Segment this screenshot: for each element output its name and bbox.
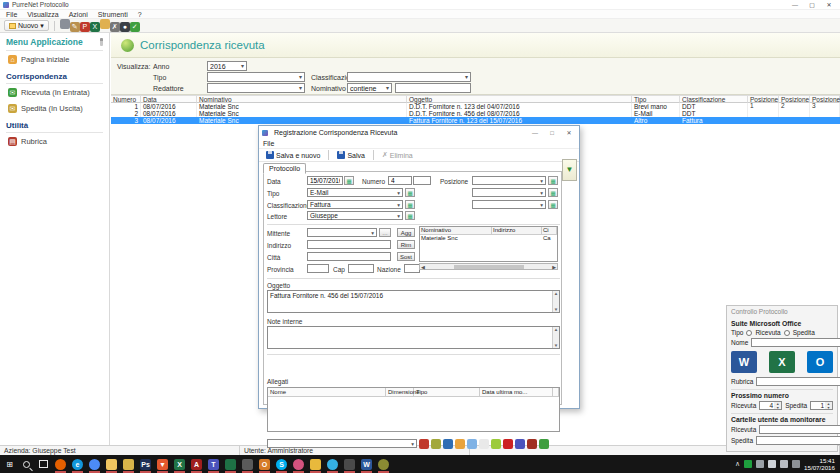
word-icon[interactable]: W xyxy=(360,458,373,471)
menu-file[interactable]: File xyxy=(6,11,17,18)
photoshop-icon[interactable]: Ps xyxy=(139,458,152,471)
refresh-attachments-icon[interactable] xyxy=(539,439,549,449)
provincia-input[interactable] xyxy=(307,264,329,273)
scroll-down-icon[interactable]: ▼ xyxy=(554,343,558,348)
pin-icon[interactable] xyxy=(100,38,103,46)
menu-strumenti[interactable]: Strumenti xyxy=(98,11,128,18)
col-posizione1[interactable]: Posizione 1 xyxy=(748,95,779,103)
nazione-input[interactable] xyxy=(404,264,420,273)
shared-folder-icon[interactable] xyxy=(122,458,135,471)
network-tray-icon[interactable] xyxy=(768,460,776,468)
clock[interactable]: 15:41 15/07/2016 xyxy=(804,457,837,471)
oggetto-textarea[interactable]: Fattura Fornitore n. 456 del 15/07/2016 … xyxy=(267,290,560,313)
acrobat-icon[interactable]: A xyxy=(190,458,203,471)
confirm-icon[interactable]: ✓ xyxy=(130,22,140,32)
posizione1-select[interactable]: ▾ xyxy=(472,176,546,185)
dialog-menu-file[interactable]: File xyxy=(263,140,274,147)
cartelle-ricevuta-input[interactable] xyxy=(759,425,840,434)
nominativo-op-select[interactable]: contiene▾ xyxy=(347,83,392,93)
scroll-right-icon[interactable]: ▶ xyxy=(552,264,556,270)
recipients-hscrollbar[interactable]: ◀ ▶ xyxy=(419,263,558,270)
scroll-down-icon[interactable]: ▼ xyxy=(554,307,558,312)
col-tipo[interactable]: Tipo xyxy=(632,95,680,103)
table-row-selected[interactable]: 3 08/07/2016 Materiale Snc Fattura Forni… xyxy=(111,117,840,124)
indirizzo-input[interactable] xyxy=(307,240,391,249)
lettore-select[interactable]: Giuseppe▾ xyxy=(307,211,403,220)
lettore-lookup-button[interactable]: ▦ xyxy=(405,211,415,220)
recipients-list[interactable]: Nominativo Indirizzo Ci Materiale Snc Ca xyxy=(419,226,558,262)
table-row[interactable]: 2 08/07/2016 Materiale Snc D.D.T. Fornit… xyxy=(111,110,840,117)
nominativo-input[interactable] xyxy=(395,83,471,93)
open-attachment-icon[interactable] xyxy=(455,439,465,449)
allegati-col-data-ultima[interactable]: Data ultima mo... xyxy=(480,388,553,396)
copy-attachment-icon[interactable] xyxy=(467,439,477,449)
salva-e-nuovo-button[interactable]: Salva e nuovo xyxy=(262,150,324,161)
elimina-button[interactable]: ✗ Elimina xyxy=(378,150,417,161)
send-attachment-icon[interactable] xyxy=(443,439,453,449)
dialog-minimize-button[interactable]: — xyxy=(528,130,542,136)
detective-app-icon[interactable] xyxy=(343,458,356,471)
outlook-icon[interactable]: O xyxy=(807,351,833,373)
numero-suffix-input[interactable] xyxy=(413,176,431,185)
save-attachment-icon[interactable] xyxy=(491,439,501,449)
col-numero[interactable]: Numero xyxy=(111,95,141,103)
cap-input[interactable] xyxy=(348,264,374,273)
allegati-col-tipo[interactable]: Tipo xyxy=(414,388,480,396)
display-tray-icon[interactable] xyxy=(756,460,764,468)
allegati-table[interactable]: Nome Dimensione Tipo Data ultima mo... xyxy=(267,387,560,432)
maximize-button[interactable]: ▢ xyxy=(804,1,820,9)
oggetto-scrollbar[interactable]: ▲▼ xyxy=(552,291,559,312)
rim-button[interactable]: Rim xyxy=(397,240,415,249)
nome-input[interactable] xyxy=(751,338,840,347)
agg-button[interactable]: Agg xyxy=(397,228,415,237)
file-explorer-icon[interactable] xyxy=(105,458,118,471)
attach-book-icon[interactable] xyxy=(527,439,537,449)
task-view-button[interactable] xyxy=(37,458,50,471)
scroll-thumb[interactable] xyxy=(454,265,524,269)
menu-help[interactable]: ? xyxy=(138,11,142,18)
funnel-app-icon[interactable]: ▼ xyxy=(156,458,169,471)
classificazione-select[interactable]: Fattura▾ xyxy=(307,200,403,209)
nuovo-button[interactable]: Nuovo ▾ xyxy=(4,20,49,31)
excel-icon[interactable]: X xyxy=(173,458,186,471)
action-center-tray-icon[interactable] xyxy=(792,460,800,468)
col-posizione3[interactable]: Posizione 3 xyxy=(810,95,840,103)
minimize-button[interactable]: — xyxy=(787,1,803,9)
data-input[interactable] xyxy=(307,176,343,185)
dialog-maximize-button[interactable]: □ xyxy=(545,130,559,136)
globe-browser-icon[interactable] xyxy=(326,458,339,471)
numero-input[interactable] xyxy=(388,176,412,185)
sidebar-item-pagina-iniziale[interactable]: ⌂ Pagina iniziale xyxy=(6,51,103,67)
sidebar-item-ricevuta[interactable]: ✉ Ricevuta (In Entrata) xyxy=(6,84,103,100)
radio-ricevuta[interactable] xyxy=(746,330,752,336)
recipients-col-nominativo[interactable]: Nominativo xyxy=(420,227,492,234)
note-interne-textarea[interactable]: ▲▼ xyxy=(267,326,560,349)
anno-select[interactable]: 2016▾ xyxy=(207,61,247,71)
sign-icon[interactable]: ✎ xyxy=(70,22,80,32)
allegati-col-dimensione[interactable]: Dimensione xyxy=(386,388,414,396)
posizione1-lookup-button[interactable]: ▦ xyxy=(548,176,558,185)
note-scrollbar[interactable]: ▲▼ xyxy=(552,327,559,348)
teams-icon[interactable]: T xyxy=(207,458,220,471)
sost-button[interactable]: Sost xyxy=(397,252,415,261)
firefox-icon[interactable] xyxy=(54,458,67,471)
recipients-col-citta[interactable]: Ci xyxy=(542,227,557,234)
chrome-icon[interactable] xyxy=(88,458,101,471)
excel-export-icon[interactable]: X xyxy=(90,22,100,32)
word-icon[interactable]: W xyxy=(731,351,757,373)
attachment-path-combo[interactable]: ▾ xyxy=(267,439,417,448)
scroll-up-icon[interactable]: ▲ xyxy=(554,327,558,332)
classificazione-lookup-button[interactable]: ▦ xyxy=(405,200,415,209)
radio-spedita[interactable] xyxy=(784,330,790,336)
import-document-button[interactable]: ▼ xyxy=(562,159,577,181)
delete-icon[interactable]: ✗ xyxy=(110,22,120,32)
col-nominativo[interactable]: Nominativo xyxy=(197,95,407,103)
office-icon[interactable]: O xyxy=(258,458,271,471)
col-oggetto[interactable]: Oggetto xyxy=(407,95,632,103)
attach-audio-icon[interactable] xyxy=(515,439,525,449)
menu-visualizza[interactable]: Visualizza xyxy=(27,11,58,18)
posizione3-lookup-button[interactable]: ▦ xyxy=(548,200,558,209)
recipients-row[interactable]: Materiale Snc Ca xyxy=(420,235,557,242)
remove-attachment-icon[interactable] xyxy=(503,439,513,449)
table-row[interactable]: 1 08/07/2016 Materiale Snc D.D.T. Fornit… xyxy=(111,103,840,110)
